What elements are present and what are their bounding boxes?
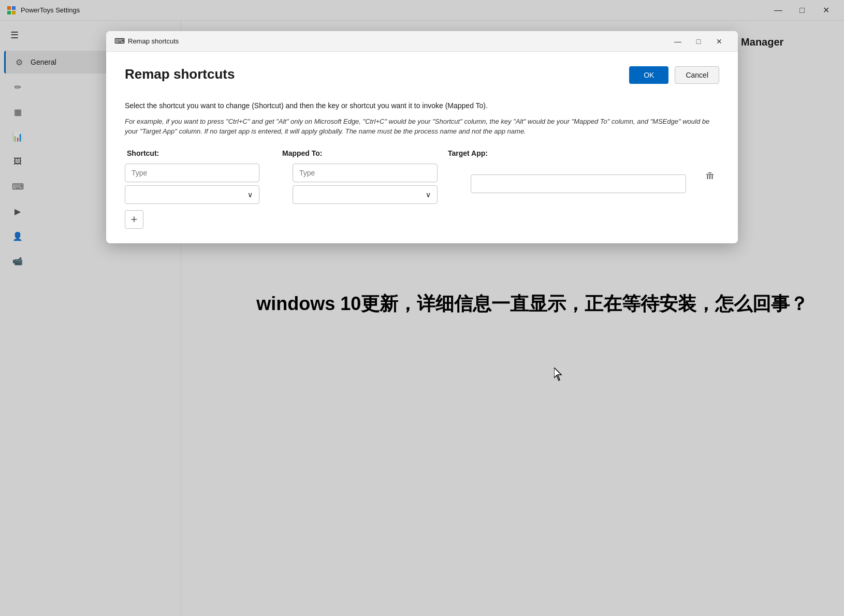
dialog-heading: Remap shortcuts: [125, 66, 235, 82]
plus-icon: +: [131, 213, 138, 226]
dialog-content: Remap shortcuts OK Cancel Select the sho…: [106, 52, 738, 243]
target-app-input[interactable]: 飞书: [471, 174, 686, 193]
mapped-type-input[interactable]: [293, 164, 438, 182]
dialog-title-bar: ⌨ Remap shortcuts — □ ✕: [106, 31, 738, 52]
dialog-title-text: Remap shortcuts: [128, 37, 667, 45]
delete-row-button[interactable]: [701, 167, 719, 185]
svg-rect-7: [709, 175, 710, 179]
col-mapped-header: Mapped To:: [282, 149, 427, 157]
shortcut-dropdown-arrow: ∨: [248, 190, 253, 199]
shortcut-type-input[interactable]: [125, 164, 259, 182]
dialog-title-icon: ⌨: [114, 37, 124, 46]
dialog-minimize-button[interactable]: —: [667, 33, 688, 50]
col-shortcut-header: Shortcut:: [127, 149, 261, 157]
target-cell: 飞书: [471, 174, 686, 193]
mapped-dropdown[interactable]: ∨: [293, 185, 438, 204]
dialog-actions: OK Cancel: [629, 66, 719, 84]
add-shortcut-button[interactable]: +: [125, 210, 143, 229]
remap-shortcuts-dialog: ⌨ Remap shortcuts — □ ✕ Remap shortcuts …: [106, 31, 738, 243]
ok-button[interactable]: OK: [629, 66, 668, 84]
shortcut-dropdown[interactable]: ∨: [125, 185, 259, 204]
shortcut-row: ∨ ∨ 飞书: [125, 164, 719, 204]
trash-icon: [705, 171, 715, 181]
dialog-description-italic: For example, if you want to press "Ctrl+…: [125, 116, 719, 137]
svg-rect-4: [706, 174, 714, 175]
svg-rect-5: [708, 172, 711, 173]
dialog-close-button[interactable]: ✕: [709, 33, 730, 50]
svg-rect-6: [707, 175, 708, 179]
dialog-description: Select the shortcut you want to change (…: [125, 101, 719, 111]
dialog-controls: — □ ✕: [667, 33, 730, 50]
svg-rect-8: [712, 175, 713, 179]
cancel-button[interactable]: Cancel: [675, 66, 719, 84]
mapped-dropdown-arrow: ∨: [426, 190, 431, 199]
dialog-overlay: ⌨ Remap shortcuts — □ ✕ Remap shortcuts …: [0, 0, 844, 616]
dialog-maximize-button[interactable]: □: [688, 33, 709, 50]
col-target-header: Target App:: [448, 149, 717, 157]
shortcut-cell: ∨: [125, 164, 259, 204]
columns-header: Shortcut: Mapped To: Target App:: [125, 149, 719, 157]
mapped-cell: ∨: [293, 164, 438, 204]
